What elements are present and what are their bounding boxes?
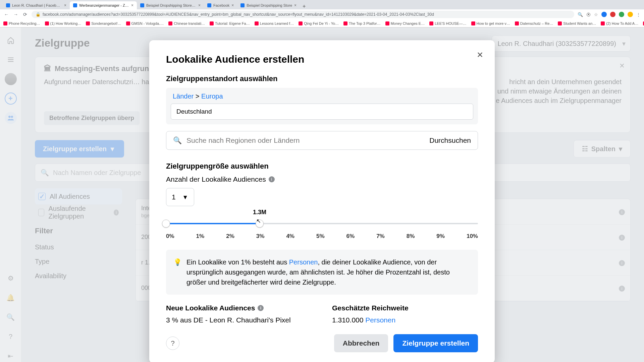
slider-thumb-start[interactable] xyxy=(162,220,170,228)
favicon xyxy=(385,21,389,25)
chevron-down-icon: ▾ xyxy=(183,193,187,201)
slider-thumb-end[interactable] xyxy=(256,220,264,228)
favicon xyxy=(558,21,562,25)
reach-title: Geschätzte Reichweite xyxy=(332,304,478,312)
favicon xyxy=(207,3,211,7)
extension-icon[interactable] xyxy=(610,12,615,17)
bookmark[interactable]: Chinese translati… xyxy=(168,21,205,25)
lookalike-modal: Lookalike Audience erstellen ✕ Zielgrupp… xyxy=(149,40,495,362)
hint-box: 💡 Ein Lookalike von 1% besteht aus Perso… xyxy=(166,250,478,295)
tick-label: 6% xyxy=(346,233,355,240)
favicon xyxy=(210,21,214,25)
url-text: facebook.com/adsmanager/audiences?act=30… xyxy=(43,12,434,17)
tick-label: 3% xyxy=(256,233,265,240)
size-slider[interactable]: 1.3M ↖ xyxy=(166,218,478,230)
help-icon[interactable]: ? xyxy=(166,337,179,350)
browser-tab[interactable]: Facebook× xyxy=(204,1,237,9)
info-icon[interactable]: i xyxy=(258,305,264,311)
favicon xyxy=(515,21,519,25)
tick-label: 4% xyxy=(286,233,294,240)
close-icon[interactable]: ✕ xyxy=(473,48,487,62)
breadcrumb: Länder > Europa xyxy=(171,93,473,100)
bookmark[interactable]: The Top 3 Platfor… xyxy=(343,21,381,25)
bookmark[interactable]: Sonderangebot!… xyxy=(86,21,121,25)
bookmarks-bar: Phone Recycling…(1) How Working…Sonderan… xyxy=(0,19,644,27)
bulb-icon: 💡 xyxy=(173,257,182,287)
close-icon[interactable]: × xyxy=(198,3,201,8)
favicon xyxy=(255,21,259,25)
slider-fill xyxy=(169,223,260,224)
location-icon[interactable]: ⦿ xyxy=(586,12,591,17)
tick-label: 9% xyxy=(436,233,445,240)
favicon xyxy=(168,21,172,25)
bookmark[interactable]: Lessons Learned f… xyxy=(255,21,294,25)
tick-label: 5% xyxy=(316,233,325,240)
nav-back-icon[interactable]: ← xyxy=(3,12,9,17)
bookmark[interactable]: Qing Fei De Yi - Yo… xyxy=(299,21,339,25)
tick-label: 7% xyxy=(376,233,385,240)
extension-icon[interactable] xyxy=(619,12,624,17)
new-tab-button[interactable]: + xyxy=(300,3,308,9)
tick-label: 2% xyxy=(226,233,234,240)
browse-button[interactable]: Durchsuchen xyxy=(429,136,471,144)
kebab-icon[interactable]: ⋮ xyxy=(636,12,641,17)
close-icon[interactable]: × xyxy=(131,3,133,8)
bookmark[interactable]: (1) How Working… xyxy=(45,21,82,25)
nav-forward-icon[interactable]: → xyxy=(13,12,19,17)
bookmark[interactable]: How to get more v… xyxy=(471,21,510,25)
close-icon[interactable]: × xyxy=(231,3,234,8)
count-label: Anzahl der Lookalike Audiences i xyxy=(166,175,478,183)
favicon xyxy=(86,21,90,25)
section-size-title: Zielgruppengröße auswählen xyxy=(166,162,478,171)
selected-country[interactable]: Deutschland xyxy=(171,104,473,120)
extension-icon[interactable] xyxy=(601,12,607,17)
slider-value: 1.3M xyxy=(253,209,266,216)
tick-label: 1% xyxy=(196,233,205,240)
bookmark[interactable]: Datenschutz – Re… xyxy=(515,21,553,25)
info-icon[interactable]: i xyxy=(269,176,275,182)
lock-icon: 🔒 xyxy=(36,12,41,17)
count-select[interactable]: 1 ▾ xyxy=(166,188,194,206)
tick-label: 10% xyxy=(467,233,478,240)
people-link[interactable]: Personen xyxy=(289,258,318,266)
favicon xyxy=(343,21,347,25)
address-bar: ← → ⟳ 🔒 facebook.com/adsmanager/audience… xyxy=(0,9,644,19)
bookmark[interactable]: Student Wants an… xyxy=(558,21,596,25)
browser-tab[interactable]: Beispiel Dropshipping Store× xyxy=(237,1,300,9)
favicon xyxy=(471,21,475,25)
crumb-countries[interactable]: Länder xyxy=(173,93,194,100)
browser-chrome: Leon R. Chaudhari | Facebook×Werbeanzeig… xyxy=(0,0,644,27)
close-icon[interactable]: × xyxy=(64,3,66,8)
section-location-title: Zielgruppenstandort auswählen xyxy=(166,74,478,83)
nav-reload-icon[interactable]: ⟳ xyxy=(22,12,28,17)
favicon xyxy=(601,21,605,25)
star-icon[interactable]: ☆ xyxy=(594,12,598,17)
tick-label: 8% xyxy=(407,233,415,240)
favicon xyxy=(140,3,144,7)
bookmark[interactable]: Phone Recycling… xyxy=(3,21,40,25)
search-placeholder: Suche nach Regionen oder Ländern xyxy=(186,136,300,144)
zoom-icon[interactable]: 🔍 xyxy=(578,12,583,17)
tick-label: 0% xyxy=(166,233,174,240)
bookmark[interactable]: (2) How To Add A… xyxy=(601,21,638,25)
url-field[interactable]: 🔒 facebook.com/adsmanager/audiences?act=… xyxy=(32,11,574,18)
cancel-button[interactable]: Abbrechen xyxy=(334,334,388,352)
browser-tab[interactable]: Leon R. Chaudhari | Facebook× xyxy=(3,1,70,9)
bookmark[interactable]: LEE'S HOUSE—… xyxy=(429,21,466,25)
browser-tab[interactable]: Werbeanzeigenmanager - Ziel…× xyxy=(70,1,137,9)
bookmark[interactable]: Money Changes E… xyxy=(385,21,425,25)
tab-title: Facebook xyxy=(213,3,229,7)
tab-title: Beispiel Dropshipping Store xyxy=(247,3,292,7)
bookmark[interactable]: Tutorial: Eigene Fa… xyxy=(210,21,250,25)
favicon xyxy=(126,21,130,25)
crumb-region[interactable]: Europa xyxy=(201,93,223,100)
create-button[interactable]: Zielgruppe erstellen xyxy=(393,334,478,352)
modal-overlay: Lookalike Audience erstellen ✕ Zielgrupp… xyxy=(0,27,644,362)
extension-icon[interactable] xyxy=(628,12,633,17)
bookmark[interactable]: GMSN - Vologda.… xyxy=(126,21,164,25)
close-icon[interactable]: × xyxy=(294,3,297,8)
region-search[interactable]: 🔍 Suche nach Regionen oder Ländern Durch… xyxy=(166,131,478,150)
browser-tab[interactable]: Beispiel Dropshipping Store - …× xyxy=(137,1,204,9)
tab-title: Werbeanzeigenmanager - Ziel… xyxy=(79,3,129,7)
new-audiences-value: 3 % aus DE - Leon R. Chaudhari's Pixel xyxy=(166,316,312,324)
